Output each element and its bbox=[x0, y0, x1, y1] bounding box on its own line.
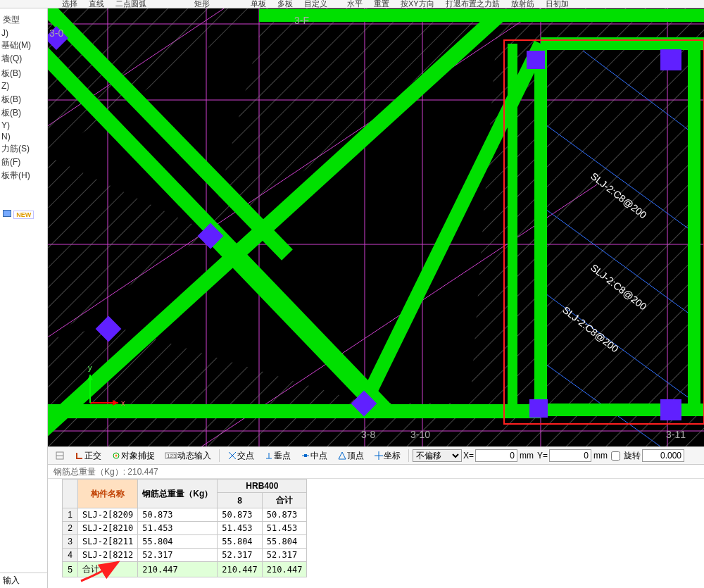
cell-total: 51.453 bbox=[138, 522, 218, 535]
row-number: 2 bbox=[63, 522, 78, 535]
col-subtotal-header[interactable]: 合计 bbox=[262, 493, 307, 508]
snap-perpendicular[interactable]: 垂点 bbox=[260, 449, 295, 463]
svg-rect-46 bbox=[529, 399, 548, 418]
y-label: Y= bbox=[537, 451, 548, 461]
ortho-toggle[interactable]: 正交 bbox=[70, 449, 106, 463]
table-row[interactable]: 3SLJ-2[821155.80455.80455.804 bbox=[63, 535, 307, 549]
sidebar-item[interactable]: 板带(H) bbox=[0, 169, 47, 182]
cell-d8: 52.317 bbox=[218, 549, 263, 562]
sidebar: 类型 J) 基础(M) 墙(Q) 板(B) Z) 板(B) 板(B) Y) N)… bbox=[0, 8, 48, 588]
sidebar-item[interactable]: 基础(M) bbox=[0, 39, 47, 52]
rebar-table: 构件名称 钢筋总重量（Kg） HRB400 8 合计 1SLJ-2[820950… bbox=[62, 479, 307, 577]
row-number: 5 bbox=[63, 562, 78, 577]
sidebar-item[interactable]: Y) bbox=[0, 120, 47, 131]
snap-midpoint[interactable]: 中点 bbox=[296, 449, 332, 463]
options-bar: 正交 对象捕捉 123 动态输入 交点 垂点 中点 顶点 坐标 不偏移 X= m… bbox=[48, 446, 704, 465]
cell-total: 50.873 bbox=[138, 508, 218, 522]
rotate-checkbox[interactable] bbox=[611, 451, 620, 461]
cad-canvas[interactable]: 3-F 3-0 3-8 3-10 3-11 SLJ-2:C8@200 SLJ-2… bbox=[48, 8, 704, 446]
cell-total: 55.804 bbox=[138, 535, 218, 549]
x-label: X= bbox=[463, 451, 474, 461]
sidebar-item[interactable]: 板(B) bbox=[0, 67, 47, 80]
sidebar-item[interactable]: J) bbox=[0, 27, 47, 39]
grid-label: 3-0 bbox=[49, 27, 63, 39]
rotate-input[interactable] bbox=[642, 449, 684, 462]
sidebar-item[interactable]: 筋(F) bbox=[0, 156, 47, 169]
summary-row: 钢筋总重量（Kg）: 210.447 bbox=[48, 465, 704, 479]
cell-total: 52.317 bbox=[138, 549, 218, 562]
sidebar-bottom[interactable]: 输入 bbox=[0, 573, 47, 588]
sidebar-item[interactable]: 板(B) bbox=[0, 106, 47, 120]
rotate-label: 旋转 bbox=[624, 450, 641, 462]
svg-rect-61 bbox=[304, 454, 307, 457]
table-corner bbox=[63, 480, 78, 508]
table-row[interactable]: 4SLJ-2[821252.31752.31752.317 bbox=[63, 549, 307, 562]
sidebar-new[interactable]: NEW bbox=[0, 209, 47, 219]
cell-name: SLJ-2[8209 bbox=[78, 508, 138, 522]
snap-coordinate[interactable]: 坐标 bbox=[370, 449, 405, 463]
sidebar-item[interactable]: N) bbox=[0, 131, 47, 142]
cell-subtotal: 50.873 bbox=[262, 508, 307, 522]
unit-label: mm bbox=[520, 451, 534, 461]
sidebar-item[interactable]: Z) bbox=[0, 80, 47, 92]
col-total-header[interactable]: 钢筋总重量（Kg） bbox=[138, 480, 218, 508]
rebar-total-label: 钢筋总重量（Kg）: 210.447 bbox=[54, 467, 158, 477]
row-number: 1 bbox=[63, 508, 78, 522]
axis-y-label: y bbox=[88, 363, 92, 372]
object-snap-toggle[interactable]: 对象捕捉 bbox=[107, 449, 159, 463]
row-number: 4 bbox=[63, 549, 78, 562]
svg-rect-43 bbox=[527, 51, 545, 69]
cell-d8: 50.873 bbox=[218, 508, 263, 522]
svg-rect-45 bbox=[660, 399, 681, 420]
cell-total: 210.447 bbox=[138, 562, 218, 577]
snap-vertex[interactable]: 顶点 bbox=[333, 449, 368, 463]
col-d8-header[interactable]: 8 bbox=[218, 493, 263, 508]
cell-name: SLJ-2[8210 bbox=[78, 522, 138, 535]
table-row[interactable]: 1SLJ-2[820950.87350.87350.873 bbox=[63, 508, 307, 522]
sidebar-item[interactable]: 力筋(S) bbox=[0, 142, 47, 156]
offset-mode-select[interactable]: 不偏移 bbox=[413, 449, 462, 462]
unit-label: mm bbox=[593, 451, 608, 461]
sidebar-title: 类型 bbox=[0, 13, 47, 27]
svg-rect-44 bbox=[660, 49, 681, 70]
dynamic-input-toggle[interactable]: 123 动态输入 bbox=[161, 449, 215, 463]
table-row[interactable]: 5合计210.447210.447210.447 bbox=[63, 562, 307, 577]
cell-d8: 55.804 bbox=[218, 535, 263, 549]
y-input[interactable] bbox=[549, 449, 591, 462]
top-toolbar: 选择 直线 二点圆弧 矩形 单板 多板 目定义 水平 重置 按XY方向 打退布置… bbox=[0, 0, 704, 8]
col-group-header[interactable]: HRB400 bbox=[218, 480, 307, 493]
x-input[interactable] bbox=[475, 449, 517, 462]
grid-label: 3-10 bbox=[410, 429, 430, 440]
cell-d8: 51.453 bbox=[218, 522, 263, 535]
grid-label: 3-11 bbox=[666, 429, 686, 440]
cell-name: SLJ-2[8211 bbox=[78, 535, 138, 549]
cell-subtotal: 210.447 bbox=[262, 562, 307, 577]
cell-name: 合计 bbox=[78, 562, 138, 577]
cell-subtotal: 51.453 bbox=[262, 522, 307, 535]
sidebar-item[interactable]: 板(B) bbox=[0, 93, 47, 106]
svg-text:123: 123 bbox=[167, 453, 177, 459]
svg-point-55 bbox=[115, 455, 118, 457]
minimize-panel-icon[interactable] bbox=[51, 449, 69, 462]
new-badge: NEW bbox=[13, 211, 34, 219]
row-number: 3 bbox=[63, 535, 78, 549]
table-row[interactable]: 2SLJ-2[821051.45351.45351.453 bbox=[63, 522, 307, 535]
grid-label: 3-F bbox=[294, 15, 309, 26]
axis-x-label: x bbox=[121, 399, 125, 407]
rebar-table-area: 构件名称 钢筋总重量（Kg） HRB400 8 合计 1SLJ-2[820950… bbox=[48, 479, 704, 588]
grid-label: 3-8 bbox=[361, 429, 375, 440]
col-name-header[interactable]: 构件名称 bbox=[78, 480, 138, 508]
cell-d8: 210.447 bbox=[218, 562, 263, 577]
cell-subtotal: 55.804 bbox=[262, 535, 307, 549]
snap-intersection[interactable]: 交点 bbox=[223, 449, 258, 463]
cell-name: SLJ-2[8212 bbox=[78, 549, 138, 562]
sidebar-item[interactable]: 墙(Q) bbox=[0, 52, 47, 65]
cell-subtotal: 52.317 bbox=[262, 549, 307, 562]
